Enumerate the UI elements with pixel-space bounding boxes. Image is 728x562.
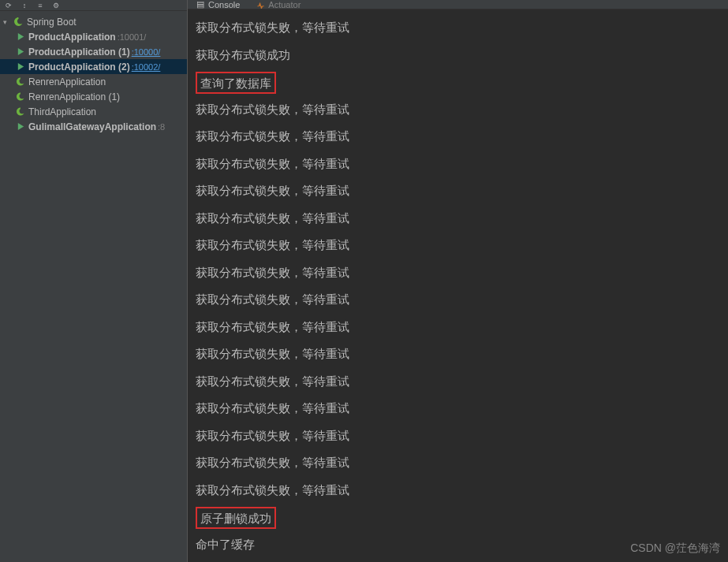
- console-line: 获取分布式锁失败，等待重试: [196, 96, 720, 124]
- item-port: :10001/: [118, 32, 147, 42]
- console-line: 获取分布式锁失败，等待重试: [196, 395, 720, 422]
- tree-item[interactable]: ProductApplication :10001/: [0, 29, 187, 44]
- chevron-down-icon: ▾: [3, 18, 11, 26]
- tab-label: Actuator: [268, 0, 301, 9]
- tree-item[interactable]: ProductApplication (1) :10000/: [0, 44, 187, 59]
- run-icon: [16, 62, 25, 72]
- tree-item[interactable]: ProductApplication (2) :10002/: [0, 59, 187, 74]
- console-icon: ▤: [196, 0, 205, 9]
- sidebar: ⟳ ↕ ≡ ⚙ ▾ Spring Boot ProductApplication…: [0, 0, 188, 562]
- tab-label: Console: [208, 0, 240, 9]
- highlight-annotation: 原子删锁成功: [196, 507, 276, 529]
- console-line: 获取分布式锁失败，等待重试: [196, 368, 720, 396]
- console-line: 获取分布式锁失败，等待重试: [196, 314, 720, 341]
- console-line: 获取分布式锁失败，等待重试: [196, 341, 720, 368]
- console-line: 获取分布式锁失败，等待重试: [196, 151, 720, 178]
- console-line: 获取分布式锁失败，等待重试: [196, 14, 720, 42]
- console-line: 获取分布式锁失败，等待重试: [196, 177, 720, 205]
- tree-item[interactable]: RenrenApplication: [0, 74, 187, 89]
- run-icon: [16, 122, 25, 132]
- spring-app-icon: [16, 77, 25, 87]
- toolbar-icon-1[interactable]: ⟳: [3, 1, 14, 10]
- console-line: 获取分布式锁成功: [196, 42, 720, 69]
- item-port[interactable]: :10002/: [132, 62, 161, 72]
- tabs: ▤ Console Actuator: [188, 0, 728, 9]
- highlight-annotation: 查询了数据库: [196, 72, 276, 94]
- spring-app-icon: [16, 107, 25, 117]
- toolbar-icon-2[interactable]: ↕: [19, 1, 30, 10]
- item-label: ProductApplication: [28, 32, 116, 43]
- tree-root[interactable]: ▾ Spring Boot: [0, 14, 187, 29]
- toolbar-icon-4[interactable]: ⚙: [50, 1, 62, 10]
- toolbar-icon-3[interactable]: ≡: [35, 1, 46, 10]
- item-label: RenrenApplication (1): [28, 91, 120, 102]
- console-line: 获取分布式锁失败，等待重试: [196, 449, 720, 477]
- console-line: 原子删锁成功: [196, 504, 720, 531]
- console-line: 获取分布式锁失败，等待重试: [196, 477, 720, 504]
- run-icon: [16, 32, 25, 42]
- console-line: 获取分布式锁失败，等待重试: [196, 123, 720, 151]
- spring-app-icon: [16, 92, 25, 102]
- console-line: 获取分布式锁失败，等待重试: [196, 422, 720, 450]
- sidebar-toolbar: ⟳ ↕ ≡ ⚙: [0, 0, 187, 11]
- console-line: 获取分布式锁失败，等待重试: [196, 205, 720, 233]
- watermark: CSDN @茳色海湾: [630, 542, 720, 556]
- item-label: RenrenApplication: [28, 76, 106, 87]
- actuator-icon: [256, 0, 265, 9]
- tab-actuator[interactable]: Actuator: [256, 0, 301, 9]
- console-line: 获取分布式锁失败，等待重试: [196, 232, 720, 259]
- tree-item[interactable]: RenrenApplication (1): [0, 89, 187, 104]
- item-label: ProductApplication (1): [28, 47, 130, 58]
- item-port[interactable]: :10000/: [132, 47, 161, 57]
- tree-item[interactable]: ThirdApplication: [0, 104, 187, 119]
- item-port: :8: [158, 122, 165, 132]
- run-icon: [16, 47, 25, 57]
- tree-item[interactable]: GulimallGatewayApplication :8: [0, 119, 187, 134]
- item-label: ProductApplication (2): [28, 61, 130, 73]
- console-line: 获取分布式锁失败，等待重试: [196, 259, 720, 287]
- spring-icon: [13, 17, 24, 28]
- content-area: ▤ Console Actuator 获取分布式锁失败，等待重试获取分布式锁成功…: [188, 0, 728, 562]
- console-output[interactable]: 获取分布式锁失败，等待重试获取分布式锁成功查询了数据库获取分布式锁失败，等待重试…: [188, 9, 728, 562]
- item-label: GulimallGatewayApplication: [28, 121, 156, 132]
- root-label: Spring Boot: [27, 17, 77, 28]
- item-label: ThirdApplication: [28, 106, 96, 117]
- tab-console[interactable]: ▤ Console: [196, 0, 240, 9]
- console-line: 查询了数据库: [196, 69, 720, 96]
- console-line: 获取分布式锁失败，等待重试: [196, 286, 720, 314]
- run-tree: ▾ Spring Boot ProductApplication :10001/…: [0, 11, 187, 134]
